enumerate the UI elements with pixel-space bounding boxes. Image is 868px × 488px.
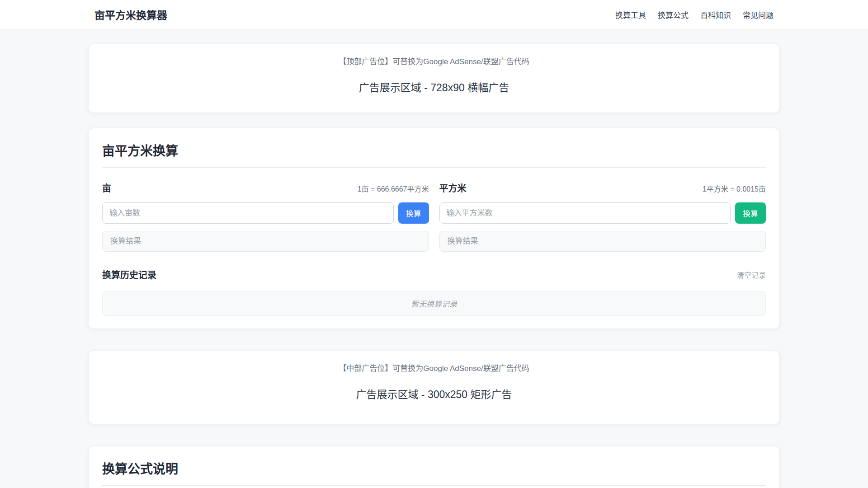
- nav-item-encyclopedia[interactable]: 百科知识: [700, 9, 731, 20]
- mu-converter-panel: 亩 1亩 = 666.6667平方米 换算: [102, 181, 429, 252]
- top-ad-note: 【顶部广告位】可替换为Google AdSense/联盟广告代码: [98, 55, 770, 66]
- history-header: 换算历史记录 清空记录: [102, 268, 766, 281]
- title-divider: [102, 167, 766, 168]
- mu-convert-button[interactable]: 换算: [398, 202, 429, 224]
- middle-ad-card: 【中部广告位】可替换为Google AdSense/联盟广告代码 广告展示区域 …: [88, 351, 780, 424]
- nav-item-conversion-tools[interactable]: 换算工具: [615, 9, 646, 20]
- mu-result-field: [102, 231, 429, 252]
- site-header: 亩平方米换算器 换算工具 换算公式 百科知识 常见问题: [0, 0, 868, 29]
- mu-input[interactable]: [102, 202, 394, 224]
- middle-ad-note: 【中部广告位】可替换为Google AdSense/联盟广告代码: [98, 362, 770, 373]
- converter-title: 亩平方米换算: [102, 141, 766, 159]
- formula-title: 换算公式说明: [102, 459, 766, 477]
- history-title: 换算历史记录: [102, 268, 156, 281]
- sqm-convert-button[interactable]: 换算: [735, 202, 766, 224]
- history-empty-state: 暂无换算记录: [102, 291, 766, 316]
- converter-grid: 亩 1亩 = 666.6667平方米 换算 平方米 1平方米 = 0.0015亩…: [102, 181, 766, 252]
- formula-title-divider: [102, 485, 766, 486]
- sqm-conversion-hint: 1平方米 = 0.0015亩: [703, 183, 766, 194]
- clear-history-button[interactable]: 清空记录: [737, 269, 766, 280]
- sqm-unit-label: 平方米: [439, 181, 467, 194]
- formula-card: 换算公式说明 核心换算公式： 1 亩 = 666.6667 平方米 (精确值：1…: [88, 446, 780, 488]
- sqm-converter-panel: 平方米 1平方米 = 0.0015亩 换算: [439, 181, 766, 252]
- top-ad-card: 【顶部广告位】可替换为Google AdSense/联盟广告代码 广告展示区域 …: [88, 44, 780, 113]
- top-ad-display: 广告展示区域 - 728x90 横幅广告: [98, 79, 770, 94]
- mu-conversion-hint: 1亩 = 666.6667平方米: [358, 183, 429, 194]
- mu-unit-label: 亩: [102, 181, 111, 194]
- nav-item-conversion-formula[interactable]: 换算公式: [658, 9, 689, 20]
- sqm-input[interactable]: [439, 202, 731, 224]
- site-title: 亩平方米换算器: [94, 7, 167, 22]
- middle-ad-display: 广告展示区域 - 300x250 矩形广告: [98, 386, 770, 401]
- converter-card: 亩平方米换算 亩 1亩 = 666.6667平方米 换算 平方米 1平方米: [88, 128, 780, 329]
- main-nav: 换算工具 换算公式 百科知识 常见问题: [615, 9, 774, 20]
- nav-item-faq[interactable]: 常见问题: [743, 9, 774, 20]
- main-content: 【顶部广告位】可替换为Google AdSense/联盟广告代码 广告展示区域 …: [88, 44, 780, 488]
- sqm-result-field: [439, 231, 766, 252]
